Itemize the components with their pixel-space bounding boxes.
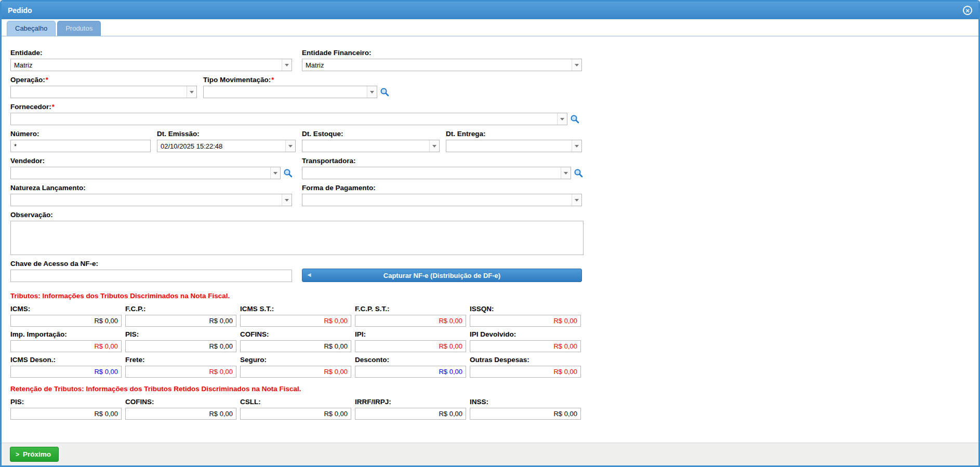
dropdown-arrow-icon[interactable] [187,86,196,98]
icms-st-label: ICMS S.T.: [240,305,351,313]
vendedor-label: Vendedor: [10,157,294,165]
vendedor-search-icon[interactable] [282,167,294,179]
vendedor-select[interactable] [10,167,281,179]
ipi-devolvido-value: R$ 0,00 [553,342,577,350]
entidade-financeiro-value: Matriz [302,61,572,69]
ret-inss-input[interactable]: R$ 0,00 [470,408,581,420]
ret-irrf-irpj-input[interactable]: R$ 0,00 [355,408,466,420]
tab-cabecalho[interactable]: Cabeçalho [7,21,56,36]
issqn-input[interactable]: R$ 0,00 [470,315,581,327]
window-title: Pedido [8,6,32,15]
observacao-textarea[interactable] [10,221,584,255]
dropdown-arrow-icon[interactable] [429,140,439,152]
imp-importacao-input[interactable]: R$ 0,00 [10,340,122,352]
outras-despesas-input[interactable]: R$ 0,00 [470,366,581,378]
icms-st-input[interactable]: R$ 0,00 [240,315,351,327]
dt-estoque-select[interactable] [302,140,440,152]
ret-cofins-value: R$ 0,00 [209,410,233,418]
fcp-input[interactable]: R$ 0,00 [125,315,236,327]
transportadora-label: Transportadora: [302,157,584,165]
forma-pagamento-select[interactable] [302,194,582,206]
icms-deson-value: R$ 0,00 [94,368,118,376]
seguro-value: R$ 0,00 [324,368,348,376]
ipi-devolvido-input[interactable]: R$ 0,00 [470,340,581,352]
ipi-input[interactable]: R$ 0,00 [355,340,466,352]
natureza-lancamento-label: Natureza Lançamento: [10,184,292,192]
tab-bar: Cabeçalho Produtos [2,19,978,36]
ret-inss-label: INSS: [470,398,581,406]
seguro-input[interactable]: R$ 0,00 [240,366,351,378]
desconto-input[interactable]: R$ 0,00 [355,366,466,378]
tributos-grid: ICMS:R$ 0,00 F.C.P.:R$ 0,00 ICMS S.T.:R$… [10,305,582,378]
icms-label: ICMS: [10,305,122,313]
ret-pis-label: PIS: [10,398,122,406]
chave-nfe-input[interactable] [10,270,292,282]
capture-arrow-icon: ◄ [306,271,312,278]
capturar-nfe-button[interactable]: ◄ Capturar NF-e (Distribuição de DF-e) [302,269,582,282]
ret-pis-input[interactable]: R$ 0,00 [10,408,122,420]
fcp-value: R$ 0,00 [209,317,233,325]
dropdown-arrow-icon[interactable] [282,194,292,206]
ret-csll-label: CSLL: [240,398,351,406]
dropdown-arrow-icon[interactable] [285,140,295,152]
natureza-lancamento-select[interactable] [10,194,292,206]
fornecedor-search-icon[interactable] [569,113,580,125]
entidade-value: Matriz [11,61,282,69]
cofins-value: R$ 0,00 [324,342,348,350]
icms-deson-input[interactable]: R$ 0,00 [10,366,122,378]
fcp-st-label: F.C.P. S.T.: [355,305,466,313]
icms-deson-label: ICMS Deson.: [10,356,122,364]
transportadora-search-icon[interactable] [573,167,584,179]
dropdown-arrow-icon[interactable] [282,59,292,71]
close-icon[interactable]: × [963,6,972,15]
tab-produtos[interactable]: Produtos [57,21,101,36]
entidade-financeiro-select[interactable]: Matriz [302,59,582,71]
fornecedor-label: Fornecedor:* [10,103,580,111]
seguro-label: Seguro: [240,356,351,364]
pedido-window: Pedido × Cabeçalho Produtos Entidade: Ma… [0,0,980,467]
proximo-button[interactable]: > Próximo [10,447,59,462]
observacao-label: Observação: [10,211,584,219]
dropdown-arrow-icon[interactable] [572,140,581,152]
tributos-heading: Tributos: Informações dos Tributos Discr… [10,292,582,300]
pis-value: R$ 0,00 [209,342,233,350]
dt-entrega-select[interactable] [446,140,582,152]
numero-input[interactable] [10,140,151,152]
chevron-right-icon: > [16,451,19,458]
chave-nfe-label: Chave de Acesso da NF-e: [10,260,292,268]
ret-irrf-irpj-value: R$ 0,00 [439,410,462,418]
dt-emissao-value: 02/10/2025 15:22:48 [157,142,285,150]
ret-pis-value: R$ 0,00 [94,410,118,418]
dt-emissao-label: Dt. Emissão: [157,130,296,138]
ret-irrf-irpj-label: IRRF/IRPJ: [355,398,466,406]
dt-emissao-select[interactable]: 02/10/2025 15:22:48 [157,140,296,152]
entidade-financeiro-label: Entidade Financeiro: [302,49,582,57]
pis-input[interactable]: R$ 0,00 [125,340,236,352]
icms-input[interactable]: R$ 0,00 [10,315,122,327]
dropdown-arrow-icon[interactable] [572,194,581,206]
ret-csll-input[interactable]: R$ 0,00 [240,408,351,420]
imp-importacao-label: Imp. Importação: [10,330,122,338]
dropdown-arrow-icon[interactable] [557,113,567,125]
dropdown-arrow-icon[interactable] [572,59,581,71]
outras-despesas-label: Outras Despesas: [470,356,581,364]
fornecedor-select[interactable] [10,113,567,125]
frete-input[interactable]: R$ 0,00 [125,366,236,378]
dropdown-arrow-icon[interactable] [367,86,377,98]
fcp-st-input[interactable]: R$ 0,00 [355,315,466,327]
dt-entrega-label: Dt. Entrega: [446,130,582,138]
capturar-nfe-label: Capturar NF-e (Distribuição de DF-e) [383,272,500,279]
dropdown-arrow-icon[interactable] [270,167,280,179]
dropdown-arrow-icon[interactable] [561,167,571,179]
entidade-select[interactable]: Matriz [10,59,292,71]
tipo-movimentacao-search-icon[interactable] [379,86,390,98]
forma-pagamento-label: Forma de Pagamento: [302,184,582,192]
transportadora-select[interactable] [302,167,571,179]
ret-cofins-input[interactable]: R$ 0,00 [125,408,236,420]
cofins-input[interactable]: R$ 0,00 [240,340,351,352]
fcp-st-value: R$ 0,00 [439,317,462,325]
operacao-select[interactable] [10,86,197,98]
desconto-value: R$ 0,00 [439,368,462,376]
tipo-movimentacao-select[interactable] [203,86,377,98]
operacao-label: Operação:* [10,76,197,84]
